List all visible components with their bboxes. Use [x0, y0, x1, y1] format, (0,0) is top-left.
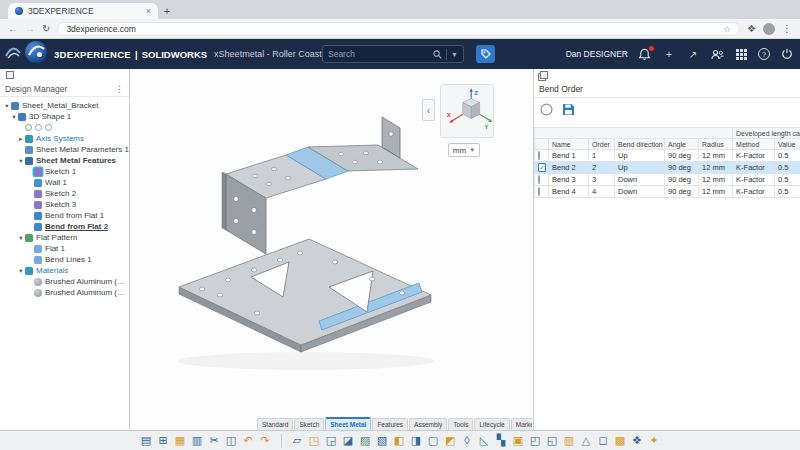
cell-direction[interactable]: Down — [615, 174, 665, 186]
tree-item-sketch-2[interactable]: Sketch 2 — [0, 188, 129, 199]
tree-item-sheet-metal-features[interactable]: ▾ Sheet Metal Features — [0, 155, 129, 166]
orientation-triad[interactable]: Z X Y — [440, 84, 494, 138]
cell-value[interactable]: 0.5 — [775, 186, 800, 198]
toolbar-icon[interactable]: ▚ — [493, 433, 510, 449]
cell-angle[interactable]: 90 deg — [665, 186, 699, 198]
toolbar-icon[interactable]: ▦ — [172, 433, 189, 449]
expander-icon[interactable]: ▾ — [17, 157, 25, 165]
expander-icon[interactable]: ▾ — [3, 102, 11, 110]
compass-logo-icon[interactable] — [24, 40, 48, 68]
toolbar-icon[interactable]: ▢ — [425, 433, 442, 449]
cell-method[interactable]: K-Factor — [733, 186, 775, 198]
expander-icon[interactable]: ▾ — [17, 234, 25, 242]
tree-item-flat-pattern[interactable]: ▾ Flat Pattern — [0, 232, 129, 243]
row-checkbox[interactable] — [538, 175, 540, 184]
sheet-metal-part-top[interactable] — [222, 117, 418, 254]
tab-lifecycle[interactable]: Lifecycle — [474, 418, 509, 430]
new-tab-button[interactable]: + — [158, 5, 176, 19]
browser-tab[interactable]: 3DEXPERIENCE × — [8, 3, 158, 19]
browser-profile-avatar[interactable] — [763, 23, 775, 35]
toolbar-icon[interactable]: ◱ — [544, 433, 561, 449]
3d-viewport[interactable]: ‹ Z X Y mm ▼ Standard Sketch — [131, 69, 532, 430]
cell-method[interactable]: K-Factor — [733, 162, 775, 174]
toolbar-icon[interactable]: ❖ — [629, 433, 646, 449]
bend-row-2[interactable]: ✓ Bend 2 2 Up 90 deg 12 mm K-Factor 0.5 — [535, 162, 800, 174]
tab-marketplace[interactable]: Marketplace — [511, 418, 532, 430]
bookmark-star-icon[interactable]: ☆ — [723, 24, 731, 34]
tab-standard[interactable]: Standard — [257, 418, 293, 430]
cell-direction[interactable]: Down — [615, 186, 665, 198]
cell-order[interactable]: 3 — [589, 174, 615, 186]
tag-button[interactable] — [476, 45, 495, 63]
toolbar-icon[interactable]: ▥ — [561, 433, 578, 449]
toolbar-icon[interactable]: ◰ — [527, 433, 544, 449]
tree-item-bend-from-flat-2[interactable]: Bend from Flat 2 — [0, 221, 129, 232]
expander-icon[interactable]: ▾ — [17, 267, 25, 275]
global-search[interactable]: ▼ — [322, 45, 464, 63]
toolbar-icon[interactable]: ✦ — [646, 433, 663, 449]
cell-direction[interactable]: Up — [615, 162, 665, 174]
cell-radius[interactable]: 12 mm — [699, 162, 733, 174]
bend-row-1[interactable]: Bend 1 1 Up 90 deg 12 mm K-Factor 0.5 — [535, 150, 800, 162]
cell-angle[interactable]: 90 deg — [665, 162, 699, 174]
panel-tab-icon[interactable] — [4, 71, 14, 81]
refresh-icon[interactable]: ↻ — [42, 24, 50, 34]
tree-item-axis-systems[interactable]: ▸ Axis Systems — [0, 133, 129, 144]
row-checkbox[interactable] — [538, 187, 540, 196]
tab-close-icon[interactable]: × — [146, 6, 151, 16]
toolbar-icon[interactable]: ▨ — [357, 433, 374, 449]
help-icon[interactable]: ? — [758, 48, 770, 60]
expander-icon[interactable]: ▸ — [17, 135, 25, 143]
save-icon[interactable] — [562, 102, 575, 120]
search-icon[interactable] — [433, 45, 442, 63]
tree-item-root[interactable]: ▾ Sheet_Metal_Bracket — [0, 100, 129, 111]
panel-tab-icon[interactable] — [538, 71, 548, 81]
state-icon[interactable] — [35, 124, 42, 131]
tree-item-states[interactable] — [0, 122, 129, 133]
search-options-chevron-icon[interactable]: ▼ — [451, 51, 458, 58]
row-checkbox[interactable]: ✓ — [538, 163, 546, 172]
apps-grid-icon[interactable] — [734, 47, 748, 61]
state-icon[interactable] — [25, 124, 32, 131]
row-checkbox[interactable] — [538, 151, 540, 160]
cell-radius[interactable]: 12 mm — [699, 150, 733, 162]
tab-features[interactable]: Features — [372, 418, 408, 430]
toolbar-icon[interactable]: ◲ — [323, 433, 340, 449]
toolbar-icon[interactable]: ▤ — [138, 433, 155, 449]
extensions-icon[interactable]: ❖ — [747, 24, 756, 34]
toolbar-icon[interactable]: ▧ — [374, 433, 391, 449]
search-input[interactable] — [328, 49, 429, 59]
tree-item-material-flat[interactable]: Brushed Aluminum (Flat P... — [0, 287, 129, 298]
cell-radius[interactable]: 12 mm — [699, 186, 733, 198]
address-bar[interactable]: 3dexperience.com ☆ — [57, 22, 740, 36]
community-icon[interactable] — [710, 47, 724, 61]
units-selector[interactable]: mm ▼ — [448, 143, 480, 157]
collapse-panel-button[interactable]: ‹ — [422, 99, 435, 121]
tab-assembly[interactable]: Assembly — [409, 418, 447, 430]
toolbar-icon[interactable]: ◩ — [442, 433, 459, 449]
toolbar-icon[interactable]: ▱ — [289, 433, 306, 449]
cell-order[interactable]: 4 — [589, 186, 615, 198]
bend-row-4[interactable]: Bend 4 4 Down 90 deg 12 mm K-Factor 0.5 — [535, 186, 800, 198]
tree-item-sketch-3[interactable]: Sketch 3 — [0, 199, 129, 210]
cell-value[interactable]: 0.5 — [775, 162, 800, 174]
cell-radius[interactable]: 12 mm — [699, 174, 733, 186]
state-icon[interactable] — [45, 124, 52, 131]
tree-item-sketch-1[interactable]: Sketch 1 — [0, 166, 129, 177]
toolbar-icon[interactable]: ◊ — [459, 433, 476, 449]
cell-angle[interactable]: 90 deg — [665, 150, 699, 162]
cell-method[interactable]: K-Factor — [733, 150, 775, 162]
toolbar-icon[interactable]: ✂ — [206, 433, 223, 449]
toolbar-icon[interactable]: ◳ — [306, 433, 323, 449]
cell-order[interactable]: 1 — [589, 150, 615, 162]
tree-item-wall-1[interactable]: Wall 1 — [0, 177, 129, 188]
notifications-bell-icon[interactable] — [638, 47, 652, 61]
back-icon[interactable]: ← — [8, 24, 18, 34]
panel-menu-icon[interactable]: ⋮ — [115, 84, 124, 94]
tab-sketch[interactable]: Sketch — [294, 418, 324, 430]
toolbar-icon[interactable]: ⊞ — [155, 433, 172, 449]
bend-row-3[interactable]: Bend 3 3 Down 90 deg 12 mm K-Factor 0.5 — [535, 174, 800, 186]
add-icon[interactable]: + — [662, 47, 676, 61]
toolbar-icon[interactable]: ◻ — [595, 433, 612, 449]
cell-method[interactable]: K-Factor — [733, 174, 775, 186]
